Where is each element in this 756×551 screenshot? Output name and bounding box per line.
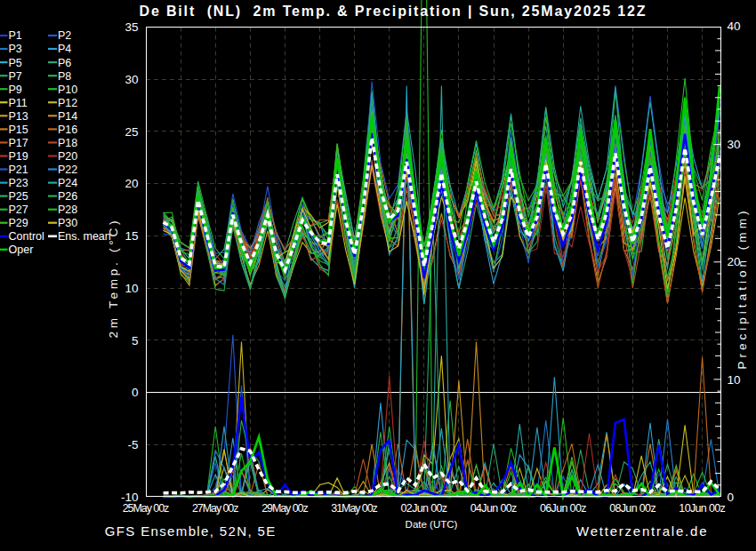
svg-text:25: 25 [125,125,138,139]
svg-text:P10: P10 [58,84,77,96]
svg-text:30: 30 [125,73,138,86]
svg-text:P7: P7 [9,70,22,83]
svg-text:40: 40 [728,20,741,33]
svg-text:35: 35 [125,20,138,34]
svg-text:GFS Ensemble, 52N, 5E: GFS Ensemble, 52N, 5E [105,523,276,539]
svg-text:P12: P12 [58,97,77,109]
svg-text:P9: P9 [9,84,22,96]
svg-text:5: 5 [132,334,139,347]
svg-text:25May 00z: 25May 00z [123,502,170,515]
svg-text:P6: P6 [58,57,71,69]
svg-text:P25: P25 [9,190,28,203]
svg-text:10Jun 00z: 10Jun 00z [679,502,726,515]
svg-text:P27: P27 [9,204,28,216]
svg-text:20: 20 [125,177,138,190]
svg-text:P3: P3 [9,43,22,55]
svg-text:27May 00z: 27May 00z [192,502,239,515]
svg-text:P8: P8 [58,70,71,83]
svg-text:P16: P16 [58,124,77,136]
svg-text:10: 10 [125,282,138,295]
svg-text:06Jun 00z: 06Jun 00z [540,502,587,515]
svg-text:15: 15 [125,229,138,243]
svg-text:29May 00z: 29May 00z [261,502,309,515]
svg-text:P1: P1 [9,29,22,42]
svg-text:P22: P22 [58,164,77,176]
svg-text:P23: P23 [9,177,28,189]
svg-text:P30: P30 [58,217,77,229]
svg-text:30: 30 [728,138,741,151]
svg-text:0: 0 [132,386,139,399]
svg-text:P15: P15 [9,124,28,136]
svg-text:P20: P20 [58,150,77,163]
svg-text:P2: P2 [58,29,71,42]
svg-text:P17: P17 [9,137,28,149]
svg-text:Wetterzentrale.de: Wetterzentrale.de [576,523,707,539]
svg-text:08Jun 00z: 08Jun 00z [609,502,656,515]
svg-text:P14: P14 [58,110,77,123]
svg-text:P28: P28 [58,204,77,216]
svg-text:P11: P11 [9,97,28,109]
svg-text:De Bilt (NL) 2m Temp. & Prec: De Bilt (NL) 2m Temp. & Precipitation | … [140,4,646,19]
svg-text:04Jun 00z: 04Jun 00z [470,502,518,515]
svg-text:Oper: Oper [9,244,34,256]
svg-text:P21: P21 [9,164,28,176]
svg-text:P24: P24 [58,177,77,189]
svg-text:P29: P29 [9,217,28,229]
svg-text:Ens. mean: Ens. mean [58,230,111,243]
svg-text:P18: P18 [58,137,77,149]
svg-text:Date (UTC): Date (UTC) [406,519,458,530]
svg-text:Control: Control [9,230,44,243]
svg-text:P5: P5 [9,57,22,69]
svg-text:-5: -5 [127,438,138,451]
svg-text:P26: P26 [58,190,77,203]
svg-text:P19: P19 [9,150,28,163]
svg-text:31May 00z: 31May 00z [331,502,378,515]
svg-text:02Jun 00z: 02Jun 00z [401,502,448,515]
svg-text:Precipitation (mm): Precipitation (mm) [736,212,749,370]
svg-text:10: 10 [728,373,741,387]
svg-text:P13: P13 [9,110,28,123]
svg-text:0: 0 [728,491,735,504]
svg-text:P4: P4 [58,43,71,55]
